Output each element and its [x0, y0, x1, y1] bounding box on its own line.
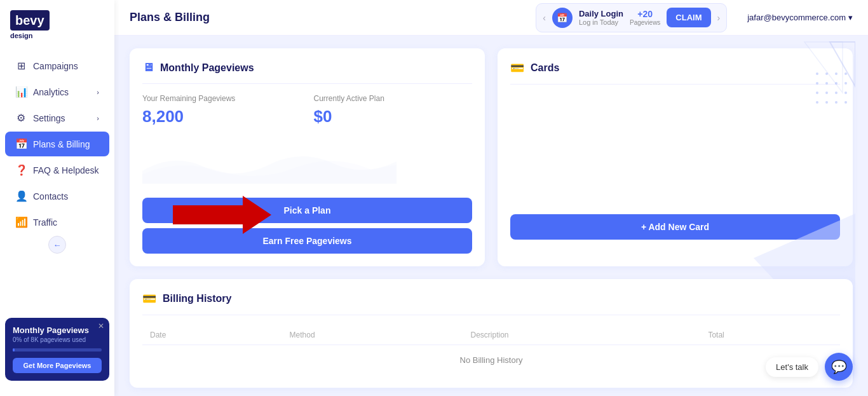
plans-billing-icon: 📅 — [15, 138, 27, 150]
add-card-button[interactable]: + Add New Card — [510, 214, 840, 240]
sidebar-item-label: FAQ & Helpdesk — [33, 165, 99, 175]
widget-get-pageviews-button[interactable]: Get More Pageviews — [13, 358, 102, 373]
contacts-icon: 👤 — [15, 190, 27, 202]
daily-login-next-arrow[interactable]: › — [717, 13, 721, 23]
logo-sub: design — [10, 32, 104, 39]
sidebar-item-label: Traffic — [33, 217, 57, 228]
col-method: Method — [282, 325, 463, 345]
faq-icon: ❓ — [15, 164, 27, 176]
widget-subtitle: 0% of 8K pageviews used — [13, 336, 102, 343]
campaigns-icon: ⊞ — [15, 60, 27, 72]
sidebar-item-faq[interactable]: ❓FAQ & Helpdesk — [5, 158, 109, 182]
remaining-value: 8,200 — [142, 107, 301, 126]
remaining-label: Your Remaining Pageviews — [142, 94, 301, 103]
no-history-message: No Billing History — [142, 345, 840, 376]
user-email[interactable]: jafar@bevycommerce.com ▾ — [747, 13, 853, 22]
analytics-icon: 📊 — [15, 86, 27, 98]
sidebar-item-label: Analytics — [33, 87, 69, 97]
traffic-icon: 📶 — [15, 216, 27, 228]
daily-login-bonus-value: +20 — [630, 9, 660, 19]
col-total: Total — [700, 325, 840, 345]
cards-icon: 💳 — [510, 61, 524, 75]
daily-login-text: Daily Login Log in Today — [579, 9, 623, 26]
billing-table-head: Date Method Description Total — [142, 325, 840, 345]
logo-area: bevy design — [0, 10, 114, 52]
daily-login-bonus-unit: Pageviews — [630, 19, 660, 26]
top-cards-row: 🖥 Monthly Pageviews Your Remaining Pagev… — [130, 48, 853, 266]
claim-button[interactable]: CLAIM — [667, 8, 710, 27]
lets-talk-label: Let's talk — [766, 357, 818, 377]
sidebar-item-traffic[interactable]: 📶Traffic — [5, 210, 109, 235]
sidebar-collapse-button[interactable]: ← — [48, 236, 66, 254]
chat-button[interactable]: 💬 — [825, 353, 853, 381]
daily-login-prev-arrow[interactable]: ‹ — [543, 13, 546, 23]
lets-talk-widget: Let's talk 💬 — [766, 353, 853, 381]
wave-decoration — [142, 146, 397, 184]
daily-login-bonus: +20 Pageviews — [630, 9, 660, 26]
sidebar-item-plans-billing[interactable]: 📅Plans & Billing — [5, 132, 109, 156]
monthly-pageviews-header: 🖥 Monthly Pageviews — [142, 61, 472, 84]
col-description: Description — [463, 325, 701, 345]
billing-table: Date Method Description Total No Billing… — [142, 325, 840, 375]
sidebar-item-campaigns[interactable]: ⊞Campaigns — [5, 53, 109, 78]
sidebar: bevy design ⊞Campaigns📊Analytics›⚙Settin… — [0, 0, 114, 396]
main-content: Plans & Billing ‹ 📅 Daily Login Log in T… — [114, 0, 868, 396]
header: Plans & Billing ‹ 📅 Daily Login Log in T… — [114, 0, 868, 36]
billing-icon: 💳 — [142, 292, 156, 306]
analytics-chevron-icon: › — [97, 88, 99, 96]
active-plan: Currently Active Plan $0 — [314, 94, 473, 126]
pageviews-icon: 🖥 — [142, 61, 154, 74]
col-date: Date — [142, 325, 282, 345]
pageviews-stats: Your Remaining Pageviews 8,200 Currently… — [142, 94, 472, 126]
sidebar-item-label: Contacts — [33, 191, 68, 201]
cards-header: 💳 Cards — [510, 61, 840, 85]
widget-progress-bar-bg — [13, 348, 102, 352]
billing-history-card: 💳 Billing History Date Method Descriptio… — [130, 279, 853, 388]
billing-history-header: 💳 Billing History — [142, 292, 840, 315]
daily-login-widget: ‹ 📅 Daily Login Log in Today +20 Pagevie… — [536, 3, 727, 32]
no-history-row: No Billing History — [142, 345, 840, 376]
sidebar-item-label: Settings — [33, 113, 65, 123]
content-area: 🖥 Monthly Pageviews Your Remaining Pagev… — [114, 36, 868, 396]
page-title: Plans & Billing — [130, 11, 210, 24]
monthly-pageviews-card: 🖥 Monthly Pageviews Your Remaining Pagev… — [130, 48, 485, 266]
sidebar-item-settings[interactable]: ⚙Settings› — [5, 106, 109, 130]
chat-icon: 💬 — [831, 359, 847, 374]
daily-login-sublabel: Log in Today — [579, 18, 623, 26]
widget-title: Monthly Pageviews — [13, 325, 102, 335]
sidebar-item-analytics[interactable]: 📊Analytics› — [5, 79, 109, 104]
sidebar-item-contacts[interactable]: 👤Contacts — [5, 184, 109, 208]
sidebar-item-label: Campaigns — [33, 61, 78, 71]
active-plan-value: $0 — [314, 107, 473, 126]
sidebar-item-label: Plans & Billing — [33, 139, 90, 149]
cards-content-area — [510, 95, 840, 209]
user-menu-chevron-icon: ▾ — [848, 13, 853, 22]
widget-close-icon[interactable]: ✕ — [98, 322, 104, 331]
daily-login-label: Daily Login — [579, 9, 623, 18]
settings-chevron-icon: › — [97, 114, 99, 122]
earn-pageviews-button[interactable]: Earn Free Pageviews — [142, 228, 472, 254]
settings-icon: ⚙ — [15, 112, 27, 124]
remaining-pageviews: Your Remaining Pageviews 8,200 — [142, 94, 301, 126]
cards-title: Cards — [531, 62, 559, 74]
pick-plan-button[interactable]: Pick a Plan — [142, 198, 472, 223]
daily-login-icon: 📅 — [552, 8, 573, 28]
billing-history-title: Billing History — [163, 293, 231, 304]
widget-progress-bar-fill — [13, 348, 15, 352]
active-plan-label: Currently Active Plan — [314, 94, 473, 103]
cards-card: 💳 Cards + Add New Card — [498, 48, 853, 266]
sidebar-widget: ✕ Monthly Pageviews 0% of 8K pageviews u… — [5, 318, 109, 381]
monthly-pageviews-title: Monthly Pageviews — [160, 62, 254, 74]
logo-brand: bevy — [10, 10, 50, 31]
